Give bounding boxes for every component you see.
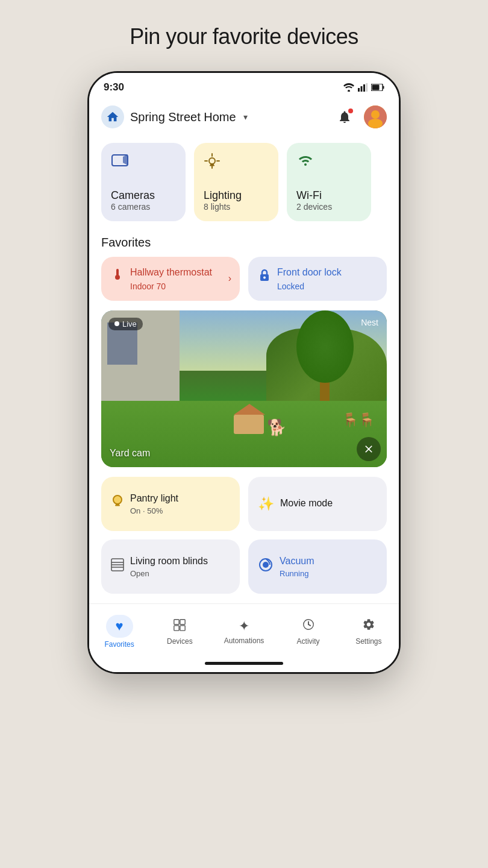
svg-rect-3	[363, 84, 365, 92]
category-lighting[interactable]: Lighting 8 lights	[194, 143, 278, 221]
category-wifi[interactable]: Wi-Fi 2 devices	[287, 143, 371, 221]
live-badge: Live	[108, 318, 143, 330]
svg-rect-19	[210, 165, 214, 166]
svg-point-10	[368, 119, 383, 128]
svg-point-13	[209, 158, 215, 164]
bottom-nav: ♥ Favorites Devices	[89, 603, 399, 657]
nav-automations-label: Automations	[224, 637, 264, 645]
thermostat-icon	[111, 268, 124, 285]
nav-favorites-label: Favorites	[104, 640, 134, 649]
svg-rect-35	[174, 626, 179, 631]
svg-point-21	[115, 275, 120, 280]
svg-rect-2	[361, 86, 363, 92]
svg-point-32	[263, 562, 269, 568]
phone-content: Spring Street Home ▾	[89, 98, 399, 672]
thermostat-subtitle: Indoor 70	[130, 281, 230, 291]
live-label: Live	[122, 319, 137, 329]
nav-favorites[interactable]: ♥ Favorites	[98, 611, 140, 652]
wifi-category-count: 2 devices	[296, 202, 361, 212]
blinds-content: Living room blinds Open	[130, 555, 208, 578]
home-icon-bg	[101, 105, 124, 128]
thermostat-card[interactable]: Hallway thermostat Indoor 70 ›	[101, 257, 240, 301]
svg-point-9	[371, 110, 380, 119]
door-lock-subtitle: Locked	[277, 281, 377, 291]
status-bar: 9:30	[89, 73, 399, 98]
thermostat-chevron-icon: ›	[228, 273, 231, 284]
avatar-image	[364, 105, 387, 128]
status-time: 9:30	[104, 81, 124, 93]
doghouse-body	[234, 415, 264, 434]
activity-nav-icon	[302, 618, 315, 635]
camera-category-count: 6 cameras	[111, 202, 176, 212]
lighting-category-name: Lighting	[204, 189, 269, 202]
favorites-section-label: Favorites	[89, 231, 399, 257]
camera-feed[interactable]: 🐕 🪑🪑 Live Nest Yard cam	[101, 310, 387, 467]
lighting-category-count: 8 lights	[204, 202, 269, 212]
nav-automations[interactable]: ✦ Automations	[219, 615, 269, 649]
header: Spring Street Home ▾	[89, 98, 399, 138]
svg-point-0	[348, 90, 350, 92]
vacuum-icon	[258, 557, 274, 576]
category-cameras[interactable]: Cameras 6 cameras	[101, 143, 186, 221]
pantry-light-icon	[111, 494, 124, 514]
doghouse-roof	[234, 404, 265, 415]
page-wrapper: Pin your favorite devices 9:30	[0, 0, 488, 868]
nav-settings-label: Settings	[355, 637, 381, 646]
door-lock-title: Front door lock	[277, 266, 377, 279]
blinds-card[interactable]: Living room blinds Open	[101, 539, 240, 594]
devices-nav-icon	[173, 618, 186, 635]
nav-devices[interactable]: Devices	[158, 614, 201, 649]
door-lock-content: Front door lock Locked	[277, 266, 377, 291]
pantry-light-card[interactable]: Pantry light On · 50%	[101, 477, 240, 531]
wifi-category-name: Wi-Fi	[296, 189, 361, 202]
svg-rect-26	[115, 505, 120, 506]
vacuum-content: Vacuum Running	[280, 555, 314, 578]
wifi-signal-icon	[343, 83, 354, 92]
lighting-category-info: Lighting 8 lights	[204, 189, 269, 212]
svg-rect-36	[180, 626, 185, 631]
nav-devices-label: Devices	[167, 637, 193, 646]
favorites-bottom-grid: Pantry light On · 50% ✨ Movie mode	[89, 477, 399, 603]
blinds-icon	[111, 558, 124, 575]
doghouse-container	[234, 404, 265, 434]
camera-category-name: Cameras	[111, 189, 176, 202]
door-lock-card[interactable]: Front door lock Locked	[248, 257, 387, 301]
notification-dot	[348, 108, 353, 113]
vacuum-title: Vacuum	[280, 555, 314, 568]
nav-activity-label: Activity	[297, 637, 320, 646]
svg-rect-33	[174, 620, 179, 624]
camera-expand-button[interactable]	[357, 437, 381, 461]
home-indicator	[89, 657, 399, 672]
svg-rect-1	[358, 88, 360, 92]
nav-activity[interactable]: Activity	[287, 614, 330, 649]
signal-strength-icon	[358, 83, 368, 92]
vacuum-card[interactable]: Vacuum Running	[248, 539, 387, 594]
favorites-nav-icon: ♥	[116, 618, 124, 634]
status-icons	[343, 83, 384, 92]
pantry-light-content: Pantry light On · 50%	[130, 492, 178, 515]
thermostat-title: Hallway thermostat	[130, 266, 230, 279]
svg-point-24	[113, 495, 122, 504]
nav-favorites-bg: ♥	[106, 615, 133, 638]
nav-settings[interactable]: Settings	[348, 614, 390, 649]
movie-mode-card[interactable]: ✨ Movie mode	[248, 477, 387, 531]
dropdown-arrow-icon[interactable]: ▾	[243, 112, 248, 122]
svg-rect-4	[366, 83, 368, 92]
pantry-light-status: On · 50%	[130, 506, 178, 515]
movie-mode-content: Movie mode	[280, 497, 333, 510]
thermostat-content: Hallway thermostat Indoor 70	[130, 266, 230, 291]
header-left[interactable]: Spring Street Home ▾	[101, 105, 248, 128]
phone-frame: 9:30	[87, 71, 401, 674]
wifi-category-info: Wi-Fi 2 devices	[296, 189, 361, 212]
avatar[interactable]	[364, 105, 387, 128]
home-bar	[205, 662, 283, 665]
blinds-status: Open	[130, 569, 208, 578]
header-right	[334, 105, 387, 128]
notification-button[interactable]	[334, 106, 355, 128]
camera-category-info: Cameras 6 cameras	[111, 189, 176, 212]
svg-rect-34	[180, 620, 185, 624]
live-dot	[114, 321, 119, 326]
camera-category-icon	[111, 153, 176, 171]
nest-badge: Nest	[361, 318, 378, 327]
svg-rect-6	[383, 86, 384, 89]
